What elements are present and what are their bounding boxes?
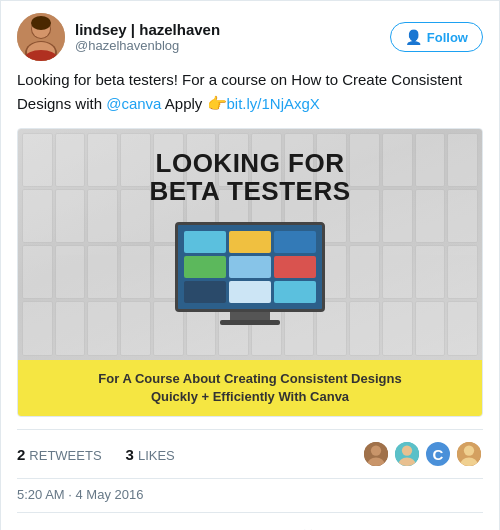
username[interactable]: @hazelhavenblog: [75, 38, 220, 53]
ellipsis-icon: ···: [416, 526, 433, 530]
liker-avatar-4[interactable]: [455, 440, 483, 468]
monitor-base: [220, 320, 280, 325]
avatar[interactable]: [17, 13, 65, 61]
svg-point-8: [371, 445, 381, 455]
follow-label: Follow: [427, 30, 468, 45]
liker-avatar-1[interactable]: [362, 440, 390, 468]
svg-point-4: [31, 16, 51, 30]
tweet-card: lindsey | hazelhaven @hazelhavenblog 👤 F…: [1, 1, 499, 530]
likes-stat: 3 LIKES: [126, 446, 175, 463]
likes-count: 3: [126, 446, 134, 463]
retweets-stat: 2 RETWEETS: [17, 446, 102, 463]
tweet-link[interactable]: bit.ly/1NjAxgX: [227, 95, 320, 112]
likes-label: LIKES: [138, 448, 175, 463]
retweets-count: 2: [17, 446, 25, 463]
retweet-icon: ⟳: [182, 525, 199, 530]
follow-person-icon: 👤: [405, 29, 422, 45]
retweet-button[interactable]: ⟳: [174, 521, 207, 530]
tweet-stats: 2 RETWEETS 3 LIKES: [17, 429, 483, 479]
tweet-text: Looking for beta testers! For a course o…: [17, 69, 483, 116]
heart-icon: ♡: [300, 526, 316, 530]
image-caption: For A Course About Creating Consistent D…: [18, 360, 482, 416]
monitor-stand: [230, 312, 270, 320]
tweet-actions: ↩ ⟳ ♡ ···: [17, 512, 483, 530]
like-button[interactable]: ♡: [292, 522, 324, 530]
user-info: lindsey | hazelhaven @hazelhavenblog: [17, 13, 220, 61]
more-button[interactable]: ···: [408, 522, 441, 530]
display-name[interactable]: lindsey | hazelhaven: [75, 21, 220, 38]
user-text: lindsey | hazelhaven @hazelhavenblog: [75, 21, 220, 53]
likers-avatars: C: [362, 440, 483, 468]
retweets-label: RETWEETS: [29, 448, 101, 463]
svg-point-14: [464, 445, 474, 455]
image-banner: LOOKING FOR BETA TESTERS: [18, 129, 482, 360]
tweet-image[interactable]: LOOKING FOR BETA TESTERS: [17, 128, 483, 418]
tweet-timestamp: 5:20 AM · 4 May 2016: [17, 487, 483, 502]
monitor-screen: [175, 222, 325, 312]
banner-title: LOOKING FOR BETA TESTERS: [42, 149, 458, 206]
tweet-header: lindsey | hazelhaven @hazelhavenblog 👤 F…: [17, 13, 483, 61]
svg-point-11: [402, 445, 412, 455]
reply-icon: ↩: [67, 526, 82, 530]
follow-button[interactable]: 👤 Follow: [390, 22, 483, 52]
monitor-graphic: [170, 222, 330, 332]
liker-avatar-2[interactable]: [393, 440, 421, 468]
liker-avatar-3[interactable]: C: [424, 440, 452, 468]
mention-canva[interactable]: @canva: [106, 95, 161, 112]
banner-content: LOOKING FOR BETA TESTERS: [42, 149, 458, 332]
reply-button[interactable]: ↩: [59, 522, 90, 530]
emoji-pointing: 👉: [207, 95, 227, 112]
